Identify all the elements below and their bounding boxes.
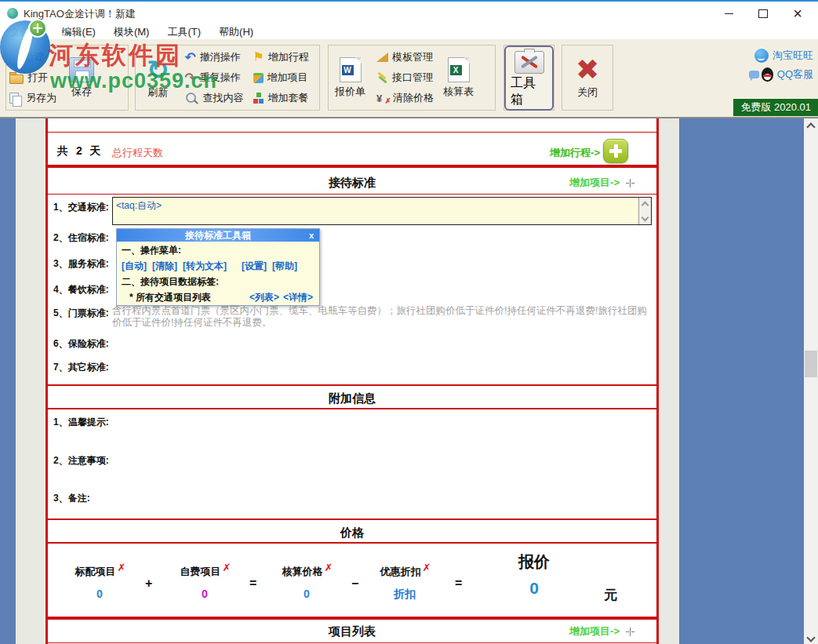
yen-clear-icon: ¥✗: [376, 93, 389, 104]
template-mgmt-button[interactable]: 模板管理: [373, 47, 437, 67]
accounting-button[interactable]: X 核算表: [443, 57, 474, 99]
equals-op: =: [249, 577, 256, 591]
template-mgmt-label: 模板管理: [392, 50, 433, 64]
minus-op: −: [351, 577, 358, 591]
clear-price-label: 清除价格: [393, 91, 434, 105]
minimize-icon: [725, 13, 733, 14]
menu-help[interactable]: 帮助(H): [219, 25, 253, 39]
clear-price-button[interactable]: ¥✗ 清除价格: [373, 88, 437, 108]
popup-action-clear[interactable]: [清除]: [152, 258, 177, 274]
popup-close-button[interactable]: x: [309, 229, 314, 242]
scroll-down-button[interactable]: [804, 631, 818, 644]
right-gutter: [659, 118, 679, 644]
vertical-scrollbar[interactable]: [804, 118, 818, 644]
scroll-up-button[interactable]: [804, 118, 818, 133]
add-item-label: 增加项目: [267, 71, 308, 85]
window-title: KingTAO金途计调！新建: [24, 7, 136, 21]
open-button[interactable]: 打开: [6, 67, 60, 88]
price-header: 价格: [340, 526, 364, 539]
popup-action-auto[interactable]: [自动]: [122, 258, 147, 274]
redo-button[interactable]: ↷ 重复操作: [182, 67, 247, 88]
chevron-up-icon: [806, 122, 815, 131]
toolbar-file-group: 新建 打开 另存为 保存: [5, 45, 129, 111]
wangwang-icon: [754, 49, 769, 63]
close-app-label: 关闭: [577, 86, 598, 100]
folder-icon: [9, 75, 24, 84]
popup-action-help[interactable]: [帮助]: [272, 258, 297, 274]
title-bar: KingTAO金途计调！新建 ×: [0, 2, 818, 25]
popup-title: 接待标准工具箱: [185, 230, 251, 241]
empty-top-row: [48, 118, 656, 133]
qq-penguin-icon: [762, 67, 773, 82]
reception-header: 接待标准: [329, 176, 376, 189]
reception-add-item-plus-icon[interactable]: [625, 178, 635, 188]
quote-label: 报价单: [335, 85, 365, 99]
maximize-icon: [758, 9, 768, 18]
discount-link[interactable]: 折扣: [362, 588, 448, 602]
qq-label: QQ客服: [777, 67, 813, 82]
interface-mgmt-button[interactable]: 接口管理: [373, 67, 437, 88]
trip-total-days: 共 2 天: [57, 144, 104, 158]
popup-link-list[interactable]: <列表>: [249, 289, 279, 305]
quote-price-label: 报价: [491, 551, 577, 573]
maximize-button[interactable]: [746, 2, 780, 25]
minimize-button[interactable]: [711, 2, 746, 25]
quote-button[interactable]: W 报价单: [335, 57, 365, 99]
toolbox-button[interactable]: 工具箱: [504, 45, 554, 111]
toolbar-edit-group: ↻ 刷新 ↶ 撤消操作 ↷ 重复操作 查找内容 ⚑: [135, 45, 320, 111]
calc-price-label: 核算价格: [282, 566, 323, 577]
menu-edit[interactable]: 编辑(E): [62, 25, 96, 39]
toolbox-icon: [514, 51, 544, 74]
flag-icon: ⚑: [253, 51, 264, 64]
tips-label: 1、温馨提示:: [53, 416, 109, 429]
dining-standard-label: 4、餐饮标准:: [53, 283, 109, 297]
close-window-button[interactable]: ×: [780, 2, 815, 25]
taobao-wangwang-link[interactable]: 淘宝旺旺: [754, 49, 813, 63]
undo-button[interactable]: ↶ 撤消操作: [182, 47, 247, 67]
add-trip-plus-button[interactable]: [603, 139, 628, 163]
redo-label: 重复操作: [200, 71, 241, 85]
additional-info-body: 1、温馨提示: 2、注意事项: 3、备注:: [48, 411, 656, 520]
undo-label: 撤消操作: [200, 50, 241, 64]
transport-standard-textarea[interactable]: <taq:自动>: [112, 197, 652, 225]
reception-add-item-link[interactable]: 增加项目->: [569, 171, 620, 195]
price-body: 标配项目✗ 0 + 自费项目✗ 0 = 核算价格✗ 0 − 优惠: [48, 545, 656, 617]
add-package-toolbar-button[interactable]: 增加套餐: [250, 88, 312, 108]
add-trip-link[interactable]: 增加行程->: [550, 146, 600, 160]
close-app-button[interactable]: ✖ 关闭: [576, 56, 599, 100]
floppy-disk-icon: [69, 57, 94, 82]
quote-col: 报价 0: [491, 551, 577, 598]
menu-file[interactable]: 文件(F): [10, 25, 44, 39]
left-blue-strip: [0, 118, 16, 644]
menu-tools[interactable]: 工具(T): [167, 25, 201, 39]
popup-title-bar[interactable]: 接待标准工具箱 x: [117, 229, 319, 242]
menu-module[interactable]: 模块(M): [114, 25, 150, 39]
reception-header-row: 接待标准 增加项目->: [48, 171, 656, 195]
popup-section1-label: 一、操作菜单:: [122, 242, 314, 258]
popup-link-detail[interactable]: <详情>: [283, 289, 313, 305]
refresh-button[interactable]: ↻ 刷新: [147, 56, 169, 100]
qq-service-link[interactable]: QQ客服: [749, 67, 813, 82]
popup-actions: [自动] [清除] [转为文本] [设置] [帮助]: [122, 258, 314, 274]
reception-toolbox-popup: 接待标准工具箱 x 一、操作菜单: [自动] [清除] [转为文本] [设置] …: [116, 228, 320, 306]
service-standard-label: 3、服务标准:: [53, 257, 109, 271]
calc-price-col: 核算价格✗ 0: [264, 564, 350, 600]
popup-action-to-text[interactable]: [转为文本]: [183, 258, 227, 274]
popup-action-settings[interactable]: [设置]: [242, 258, 267, 274]
add-item-toolbar-button[interactable]: 增加项目: [250, 67, 312, 88]
save-as-button[interactable]: 另存为: [6, 88, 60, 108]
scroll-thumb[interactable]: [805, 351, 817, 377]
add-package-label: 增加套餐: [268, 91, 309, 105]
find-button[interactable]: 查找内容: [182, 88, 247, 108]
textarea-scroll-up-icon[interactable]: [639, 198, 651, 210]
add-trip-toolbar-button[interactable]: ⚑ 增加行程: [250, 47, 312, 67]
project-list-add-item-plus-icon[interactable]: [625, 627, 635, 637]
textarea-scroll-down-icon[interactable]: [639, 212, 651, 224]
new-button[interactable]: 新建: [6, 47, 60, 67]
save-button[interactable]: 保存: [69, 57, 94, 99]
word-doc-icon: W: [340, 57, 362, 82]
new-doc-icon: [9, 51, 20, 64]
magnifier-icon: [186, 93, 196, 103]
project-list-add-item-link[interactable]: 增加项目->: [569, 620, 620, 643]
textarea-scrollbar[interactable]: [638, 198, 651, 224]
